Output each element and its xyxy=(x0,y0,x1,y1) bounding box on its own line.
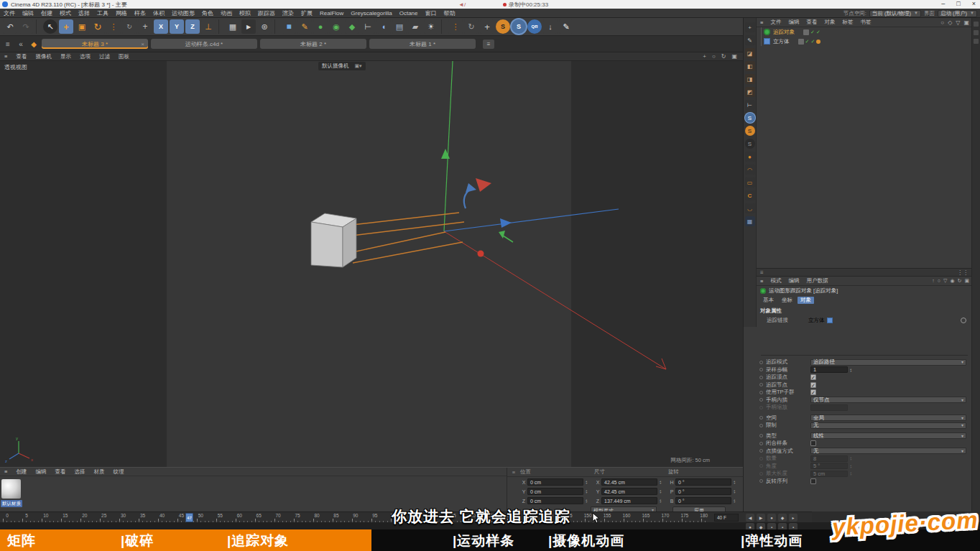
tabs-more-button[interactable]: ≡ xyxy=(483,40,494,49)
light-tool-icon[interactable]: ☀ xyxy=(424,19,438,34)
viewport-menu-icon[interactable]: ≡ xyxy=(0,53,11,60)
material-menu-item[interactable]: 材质 xyxy=(89,468,108,476)
viewport-nav-icon[interactable]: ○ xyxy=(712,53,716,60)
cube-primitive-icon[interactable]: ■ xyxy=(282,19,296,34)
axis-cross-icon[interactable]: + xyxy=(480,19,494,34)
enabled-check-icon[interactable]: ✓ xyxy=(810,29,815,35)
undo-icon[interactable]: ↶ xyxy=(3,19,17,34)
minimize-button[interactable]: – xyxy=(941,0,945,7)
toolbar-separator[interactable] xyxy=(218,19,223,34)
viewport-nav-icon[interactable]: ↻ xyxy=(721,53,726,60)
dock-s-selected-icon[interactable]: S xyxy=(745,113,755,123)
panel-separator[interactable]: ≡ ⋮⋮ xyxy=(757,268,972,277)
transport-icon[interactable]: ▶ xyxy=(757,514,765,522)
material-menu-item[interactable]: 纹理 xyxy=(108,468,128,476)
object-manager-corner-icon[interactable]: ▣ xyxy=(963,19,969,26)
scene-canvas[interactable]: y x z xyxy=(0,61,743,467)
tabs-pin-icon[interactable]: « xyxy=(16,40,26,48)
transport-icon[interactable]: ◆ xyxy=(778,514,787,522)
pos-x-field[interactable]: 0 cm xyxy=(527,478,583,486)
tabs-menu-icon[interactable]: ≡ xyxy=(3,40,13,48)
viewport-menu-item[interactable]: 面板 xyxy=(114,53,134,60)
attribute-corner-icon[interactable]: ↻ xyxy=(958,278,962,284)
separator-menu-icon[interactable]: ≡ xyxy=(760,269,764,276)
size-y-field[interactable]: 42.45 cm xyxy=(601,488,657,495)
dock-sphere-icon[interactable]: ● xyxy=(745,152,755,162)
dock-rect-icon[interactable]: ▭ xyxy=(745,177,755,187)
redo-icon[interactable]: ↷ xyxy=(19,19,33,34)
y-axis-lock-icon[interactable]: Y xyxy=(170,19,184,34)
attribute-tab[interactable]: 对象 xyxy=(798,297,814,304)
camera-icon[interactable]: ▣▾ xyxy=(355,63,362,69)
material-name[interactable]: 默认材质 xyxy=(1,500,22,507)
menu-item[interactable]: 创建 xyxy=(37,9,56,17)
layer-tag-icon[interactable] xyxy=(803,29,809,35)
object-menu-item[interactable]: 标签 xyxy=(838,19,856,26)
toolbar-separator[interactable] xyxy=(441,19,445,34)
sync-icon[interactable]: ↻ xyxy=(122,19,137,34)
menu-item[interactable]: 运动图形 xyxy=(168,9,198,17)
menu-item[interactable]: RealFlow xyxy=(316,10,347,17)
refresh-icon[interactable]: ↻ xyxy=(464,19,479,34)
object-row-tracer[interactable]: 追踪对象 ✓ ✓ xyxy=(757,27,972,37)
timeline-ruler[interactable]: 0 5 10 15 20 25 30 35 40 45 50 55 xyxy=(3,512,708,523)
transport-icon[interactable]: ◀ xyxy=(746,514,754,522)
limit-select[interactable]: 无▾ xyxy=(810,422,966,429)
rot-p-field[interactable]: 0 ° xyxy=(675,488,731,495)
tracer-object-icon[interactable] xyxy=(764,29,770,35)
rot-b-field[interactable]: 0 ° xyxy=(675,497,731,504)
object-row-cube[interactable]: 立方体 ✓ ✓ xyxy=(757,37,972,46)
checkbox[interactable]: ✓ xyxy=(810,374,816,380)
frame-end-field[interactable]: 40 F xyxy=(714,514,739,522)
dock-grid-icon[interactable]: ▦ xyxy=(745,216,755,226)
dock-s-orange-icon[interactable]: S xyxy=(745,126,755,136)
checkbox[interactable] xyxy=(810,440,816,446)
spline-type-select[interactable]: 线性▾ xyxy=(810,432,966,439)
material-thumbnail[interactable] xyxy=(1,479,21,499)
last-tool-icon[interactable]: ⋮ xyxy=(106,19,121,34)
menu-item[interactable]: 工具 xyxy=(93,9,112,17)
field-icon[interactable]: ◉ xyxy=(329,19,343,34)
floor-icon[interactable]: ▤ xyxy=(392,19,407,34)
brush-icon[interactable]: ✎ xyxy=(559,19,573,34)
viewport-nav-icon[interactable]: + xyxy=(703,53,706,60)
menu-item[interactable]: 窗口 xyxy=(422,9,440,17)
metaball-icon[interactable]: ◖ xyxy=(376,19,391,34)
dock-deform4-icon[interactable]: ◩ xyxy=(745,87,755,97)
menu-item[interactable]: 体积 xyxy=(149,9,168,17)
separator-grip-icon[interactable]: ⋮⋮ xyxy=(957,269,969,276)
scale-tool-icon[interactable]: ▣ xyxy=(75,19,89,34)
document-tab[interactable]: 运动样条.c4d * xyxy=(151,39,257,49)
rotate-tool-icon[interactable]: ↻ xyxy=(91,19,105,34)
dock-cspline-icon[interactable]: C xyxy=(745,190,755,200)
object-menu-item[interactable]: 查看 xyxy=(803,19,820,26)
attribute-corner-icon[interactable]: ▣ xyxy=(964,278,969,284)
menu-item[interactable]: 角色 xyxy=(198,9,217,17)
material-s-icon[interactable]: S xyxy=(496,19,510,34)
toolbar-separator[interactable] xyxy=(36,19,40,34)
close-button[interactable]: × xyxy=(972,0,976,7)
attribute-corner-icon[interactable]: ◉ xyxy=(950,278,954,284)
x-axis-lock-icon[interactable]: X xyxy=(154,19,168,34)
menu-item[interactable]: 动画 xyxy=(217,9,236,17)
menu-item[interactable]: 样条 xyxy=(131,9,149,17)
size-x-field[interactable]: 42.45 cm xyxy=(601,478,657,486)
object-menu-item[interactable]: 书签 xyxy=(856,19,874,26)
playhead[interactable]: 47 xyxy=(185,513,193,522)
download-icon[interactable]: ↓ xyxy=(543,19,558,34)
document-tab[interactable]: 未标题 3 * × xyxy=(42,39,148,49)
dock-s-dark-icon[interactable]: S xyxy=(745,139,755,149)
object-manager-corner-icon[interactable]: ◇ xyxy=(948,19,952,26)
material-s-selected-icon[interactable]: S xyxy=(512,19,526,34)
document-tab[interactable]: 未标题 2 * xyxy=(260,39,366,49)
viewport-menu-item[interactable]: 选项 xyxy=(75,53,95,60)
dock-deform-icon[interactable]: ◪ xyxy=(745,48,755,58)
viewport-menu-item[interactable]: 显示 xyxy=(56,53,75,60)
texture-tag-icon[interactable] xyxy=(816,40,820,44)
tracing-mode-select[interactable]: 追踪路径▾ xyxy=(810,359,966,366)
tabs-diamond-icon[interactable]: ◆ xyxy=(29,40,39,48)
menu-item[interactable]: 选择 xyxy=(75,9,93,17)
menu-item[interactable]: 模拟 xyxy=(236,9,254,17)
object-menu-item[interactable]: 编辑 xyxy=(785,19,803,26)
attribute-menu-item[interactable]: 模式 xyxy=(767,277,785,284)
